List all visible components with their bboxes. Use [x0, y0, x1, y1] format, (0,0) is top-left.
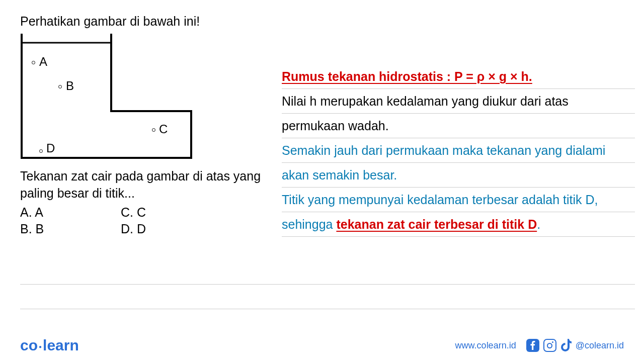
- brand-logo: co●learn: [20, 337, 79, 354]
- point-label-d: D: [46, 141, 55, 155]
- option-c: C. C: [121, 204, 146, 221]
- question-text: Tekanan zat cair pada gambar di atas yan…: [20, 168, 267, 202]
- point-dot: [39, 149, 43, 153]
- explanation-text: akan semakin besar.: [282, 168, 397, 182]
- facebook-icon: [526, 339, 539, 352]
- explanation-line: sehingga tekanan zat cair terbesar di ti…: [282, 212, 635, 237]
- ruled-line: [20, 285, 635, 309]
- ruled-lines: [20, 260, 635, 309]
- logo-separator: ●: [38, 344, 43, 349]
- explanation-text: Titik yang mempunyai kedalaman terbesar …: [282, 193, 598, 207]
- point-label-a: A: [39, 55, 47, 69]
- formula-text: Rumus tekanan hidrostatis : P = ρ × g × …: [282, 69, 532, 83]
- options-col-1: A. A B. B: [20, 204, 121, 238]
- option-d: D. D: [121, 221, 146, 238]
- explanation-column: Rumus tekanan hidrostatis : P = ρ × g × …: [272, 14, 635, 260]
- question-column: Perhatikan gambar di bawah ini! A B C D …: [20, 14, 272, 260]
- option-b: B. B: [20, 221, 121, 238]
- tiktok-icon: [560, 339, 572, 352]
- ruled-line: [20, 260, 635, 285]
- options-col-2: C. C D. D: [121, 204, 146, 238]
- explanation-text: Nilai h merupakan kedalaman yang diukur …: [282, 94, 569, 108]
- answer-highlight: tekanan zat cair terbesar di titik D: [336, 217, 537, 231]
- logo-part-2: learn: [43, 337, 79, 353]
- website-url: www.colearn.id: [455, 340, 516, 351]
- explanation-line: permukaan wadah.: [282, 114, 635, 138]
- explanation-text: Semakin jauh dari permukaan maka tekanan…: [282, 143, 605, 157]
- option-a: A. A: [20, 204, 121, 221]
- explanation-text: sehingga: [282, 217, 336, 231]
- social-handle: @colearn.id: [576, 340, 624, 351]
- footer-right: www.colearn.id @colearn.id: [455, 339, 624, 352]
- social-icons: @colearn.id: [526, 339, 624, 352]
- explanation-text: permukaan wadah.: [282, 119, 389, 133]
- point-label-b: B: [66, 79, 74, 93]
- logo-part-1: co: [20, 337, 38, 353]
- content-area: Perhatikan gambar di bawah ini! A B C D …: [20, 14, 635, 260]
- explanation-line: Titik yang mempunyai kedalaman terbesar …: [282, 188, 635, 212]
- explanation-line: akan semakin besar.: [282, 163, 635, 188]
- container-diagram: A B C D: [20, 34, 194, 162]
- explanation-line: Semakin jauh dari permukaan maka tekanan…: [282, 138, 635, 163]
- point-dot: [32, 61, 35, 64]
- point-label-c: C: [159, 122, 168, 136]
- answer-options: A. A B. B C. C D. D: [20, 204, 267, 238]
- point-dot: [58, 85, 62, 88]
- instruction-text: Perhatikan gambar di bawah ini!: [20, 14, 267, 29]
- footer: co●learn www.colearn.id @colearn.id: [0, 329, 644, 362]
- instagram-icon: [543, 339, 556, 352]
- explanation-line: Rumus tekanan hidrostatis : P = ρ × g × …: [282, 64, 635, 89]
- point-dot: [152, 128, 155, 132]
- explanation-text: .: [537, 217, 540, 231]
- page: Perhatikan gambar di bawah ini! A B C D …: [0, 0, 644, 362]
- explanation-line: Nilai h merupakan kedalaman yang diukur …: [282, 89, 635, 114]
